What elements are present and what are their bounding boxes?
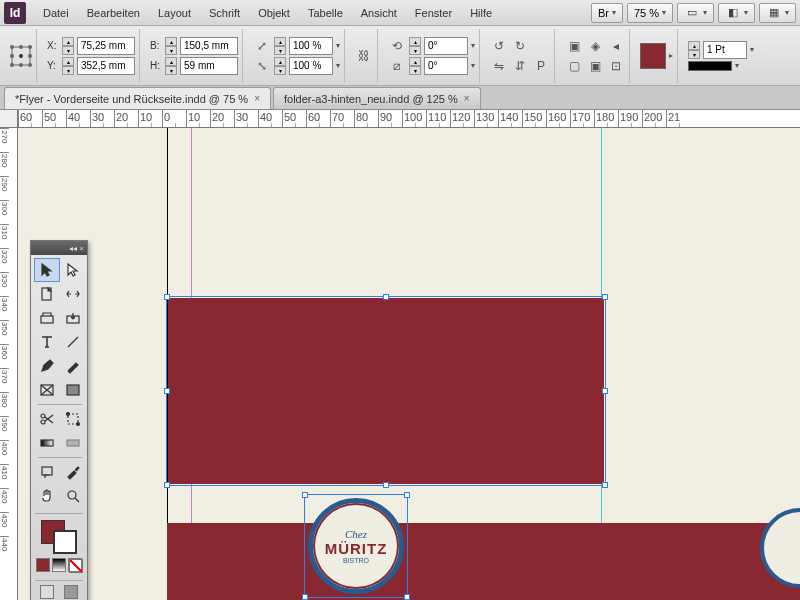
center-content-icon[interactable]: ⊡ — [607, 57, 625, 75]
rectangle-tool[interactable] — [60, 378, 86, 402]
scale-x-input[interactable]: 100 % — [289, 37, 333, 55]
svg-point-1 — [10, 45, 14, 49]
scissors-tool[interactable] — [34, 407, 60, 431]
svg-point-8 — [19, 63, 23, 67]
svg-rect-22 — [42, 467, 52, 475]
gradient-feather-tool[interactable] — [60, 431, 86, 455]
scale-y-input[interactable]: 100 % — [289, 57, 333, 75]
tab-folder[interactable]: folder-a3-hinten_neu.indd @ 125 %× — [273, 87, 481, 109]
canvas[interactable]: Chez MÜRITZ BISTRO — [18, 128, 800, 600]
svg-point-15 — [41, 414, 45, 418]
height-input[interactable]: 59 mm — [180, 57, 238, 75]
svg-point-23 — [68, 491, 76, 499]
rotate-input[interactable]: 0° — [424, 37, 468, 55]
apply-none-icon[interactable] — [68, 558, 82, 572]
menu-ansicht[interactable]: Ansicht — [352, 3, 406, 23]
gradient-swatch-tool[interactable] — [34, 431, 60, 455]
free-transform-tool[interactable] — [60, 407, 86, 431]
placeholder-icon[interactable]: P — [532, 57, 550, 75]
preview-mode-icon[interactable] — [64, 585, 78, 599]
menu-tabelle[interactable]: Tabelle — [299, 3, 352, 23]
rect-frame-tool[interactable] — [34, 378, 60, 402]
red-band[interactable] — [167, 523, 800, 600]
stroke-style[interactable] — [688, 61, 732, 71]
menu-fenster[interactable]: Fenster — [406, 3, 461, 23]
selection-frame — [166, 296, 606, 486]
tab-flyer[interactable]: *Flyer - Vorderseite und Rückseite.indd … — [4, 87, 271, 109]
stroke-color[interactable] — [53, 530, 77, 554]
apply-gradient-icon[interactable] — [52, 558, 66, 572]
reference-point[interactable] — [6, 29, 37, 83]
gap-tool[interactable] — [60, 282, 86, 306]
document-tabs: *Flyer - Vorderseite und Rückseite.indd … — [0, 86, 800, 110]
tools-header[interactable]: ◂◂× — [31, 241, 87, 255]
fit-content-icon[interactable]: ▢ — [565, 57, 583, 75]
ruler-origin[interactable] — [0, 110, 18, 128]
zoom-level[interactable]: 75 %▾ — [627, 3, 673, 23]
x-input[interactable]: 75,25 mm — [77, 37, 135, 55]
svg-point-7 — [10, 63, 14, 67]
menu-layout[interactable]: Layout — [149, 3, 200, 23]
width-input[interactable]: 150,5 mm — [180, 37, 238, 55]
view-options-icon[interactable]: ▭▾ — [677, 3, 714, 23]
svg-point-4 — [10, 54, 14, 58]
svg-point-16 — [41, 420, 45, 424]
svg-point-6 — [28, 54, 32, 58]
page-tool[interactable] — [34, 282, 60, 306]
close-icon[interactable]: × — [254, 93, 260, 104]
y-input[interactable]: 352,5 mm — [77, 57, 135, 75]
arrange-icon[interactable]: ▦▾ — [759, 3, 796, 23]
pen-tool[interactable] — [34, 354, 60, 378]
fill-stroke-swatch[interactable] — [31, 516, 87, 556]
svg-rect-20 — [41, 440, 53, 446]
fill-swatch[interactable] — [640, 43, 666, 69]
scale-x-icon: ⤢ — [253, 37, 271, 55]
eyedropper-tool[interactable] — [60, 460, 86, 484]
select-content-icon[interactable]: ◈ — [586, 37, 604, 55]
apply-color-icon[interactable] — [36, 558, 50, 572]
type-tool[interactable] — [34, 330, 60, 354]
flip-v-icon[interactable]: ⇵ — [511, 57, 529, 75]
zoom-tool[interactable] — [60, 484, 86, 508]
svg-point-2 — [19, 45, 23, 49]
selection-tool[interactable] — [34, 258, 60, 282]
select-container-icon[interactable]: ▣ — [565, 37, 583, 55]
svg-point-19 — [77, 423, 80, 426]
badge-selection — [304, 494, 408, 598]
shear-input[interactable]: 0° — [424, 57, 468, 75]
tools-panel: ◂◂× — [30, 240, 88, 600]
svg-rect-21 — [67, 440, 79, 446]
horizontal-ruler[interactable]: 6050403020100102030405060708090100110120… — [18, 110, 800, 128]
app-icon: Id — [4, 2, 26, 24]
rotate-cw-icon[interactable]: ↻ — [511, 37, 529, 55]
menu-datei[interactable]: Datei — [34, 3, 78, 23]
scale-y-icon: ⤡ — [253, 57, 271, 75]
line-tool[interactable] — [60, 330, 86, 354]
flip-h-icon[interactable]: ⇋ — [490, 57, 508, 75]
select-prev-icon[interactable]: ◂ — [607, 37, 625, 55]
bridge-button[interactable]: Br▾ — [591, 3, 623, 23]
pencil-tool[interactable] — [60, 354, 86, 378]
menu-hilfe[interactable]: Hilfe — [461, 3, 501, 23]
fit-frame-icon[interactable]: ▣ — [586, 57, 604, 75]
menu-schrift[interactable]: Schrift — [200, 3, 249, 23]
hand-tool[interactable] — [34, 484, 60, 508]
constrain-icon[interactable]: ⛓ — [355, 47, 373, 65]
screen-mode-icon[interactable]: ◧▾ — [718, 3, 755, 23]
normal-mode-icon[interactable] — [40, 585, 54, 599]
workspace: 6050403020100102030405060708090100110120… — [0, 110, 800, 600]
direct-selection-tool[interactable] — [60, 258, 86, 282]
svg-point-5 — [19, 54, 23, 58]
content-placer-tool[interactable] — [60, 306, 86, 330]
note-tool[interactable] — [34, 460, 60, 484]
svg-rect-11 — [41, 316, 53, 323]
rotate-ccw-icon[interactable]: ↺ — [490, 37, 508, 55]
vertical-ruler[interactable]: 2702802903003103203303403503603703803904… — [0, 128, 18, 600]
content-collector-tool[interactable] — [34, 306, 60, 330]
stroke-weight-input[interactable]: 1 Pt — [703, 41, 747, 59]
svg-rect-17 — [68, 414, 78, 424]
close-icon[interactable]: × — [464, 93, 470, 104]
menu-bearbeiten[interactable]: Bearbeiten — [78, 3, 149, 23]
svg-point-9 — [28, 63, 32, 67]
menu-objekt[interactable]: Objekt — [249, 3, 299, 23]
